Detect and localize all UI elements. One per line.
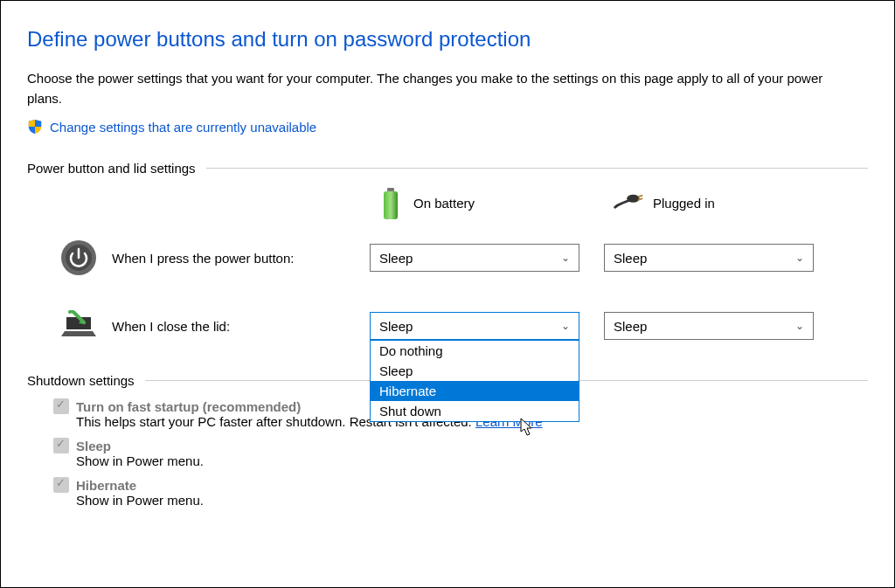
svg-point-2 xyxy=(627,195,639,203)
battery-icon xyxy=(377,186,405,219)
dropdown-power-button-battery[interactable]: Sleep ⌄ xyxy=(370,244,579,272)
checkbox-hibernate xyxy=(53,477,69,493)
svg-line-3 xyxy=(638,196,642,197)
laptop-lid-icon xyxy=(58,305,100,347)
chk-hibernate-desc: Show in Power menu. xyxy=(53,493,868,508)
chevron-down-icon: ⌄ xyxy=(561,320,570,332)
power-lid-section: Power button and lid settings xyxy=(27,161,868,347)
dropdown-close-lid-plugged[interactable]: Sleep ⌄ xyxy=(604,312,814,340)
dropdown-item-sleep[interactable]: Sleep xyxy=(371,361,579,381)
plug-icon xyxy=(613,192,644,213)
shutdown-item-hibernate: Hibernate Show in Power menu. xyxy=(27,477,868,508)
svg-rect-0 xyxy=(387,188,394,191)
col-battery: On battery xyxy=(377,186,595,219)
checkbox-fast-startup xyxy=(53,398,69,414)
uac-link[interactable]: Change settings that are currently unava… xyxy=(50,120,316,135)
dropdown-list: Do nothing Sleep Hibernate Shut down xyxy=(370,340,579,422)
col-plugged: Plugged in xyxy=(613,192,831,213)
page-title: Define power buttons and turn on passwor… xyxy=(27,27,868,52)
dropdown-value: Sleep xyxy=(614,319,647,334)
dropdown-close-lid-battery[interactable]: Sleep ⌄ Do nothing Sleep Hibernate Shut … xyxy=(370,312,579,340)
section-label-power-lid: Power button and lid settings xyxy=(27,161,196,176)
dropdown-item-shut-down[interactable]: Shut down xyxy=(371,401,579,421)
section-header-power-lid: Power button and lid settings xyxy=(27,161,868,176)
svg-rect-1 xyxy=(384,191,398,219)
shutdown-item-sleep: Sleep Show in Power menu. xyxy=(27,438,868,468)
row-close-lid: When I close the lid: Sleep ⌄ Do nothing… xyxy=(27,305,868,347)
dropdown-item-hibernate[interactable]: Hibernate xyxy=(371,381,579,401)
row-power-button: When I press the power button: Sleep ⌄ S… xyxy=(27,237,868,279)
col-battery-label: On battery xyxy=(413,196,475,211)
chk-fast-startup-label: Turn on fast startup (recommended) xyxy=(76,399,301,414)
power-button-icon xyxy=(58,237,100,279)
section-label-shutdown: Shutdown settings xyxy=(27,373,135,388)
dropdown-item-do-nothing[interactable]: Do nothing xyxy=(371,341,579,361)
divider xyxy=(206,168,868,169)
page-description: Choose the power settings that you want … xyxy=(27,69,849,108)
dropdown-value: Sleep xyxy=(379,319,413,334)
dropdown-power-button-plugged[interactable]: Sleep ⌄ xyxy=(604,244,814,272)
chk-sleep-desc: Show in Power menu. xyxy=(53,453,868,468)
chevron-down-icon: ⌄ xyxy=(561,252,570,264)
columns-header: On battery Plugged in xyxy=(27,186,868,219)
row-power-button-label: When I press the power button: xyxy=(112,251,370,266)
dropdown-value: Sleep xyxy=(614,251,647,266)
chevron-down-icon: ⌄ xyxy=(795,252,804,264)
col-plugged-label: Plugged in xyxy=(653,196,715,211)
chk-sleep-label: Sleep xyxy=(76,439,111,453)
row-close-lid-label: When I close the lid: xyxy=(112,319,370,334)
chevron-down-icon: ⌄ xyxy=(795,320,804,332)
uac-shield-icon xyxy=(27,119,43,135)
dropdown-value: Sleep xyxy=(379,251,413,266)
chk-hibernate-label: Hibernate xyxy=(76,478,136,493)
checkbox-sleep xyxy=(53,438,69,453)
uac-change-settings-line[interactable]: Change settings that are currently unava… xyxy=(27,119,868,135)
